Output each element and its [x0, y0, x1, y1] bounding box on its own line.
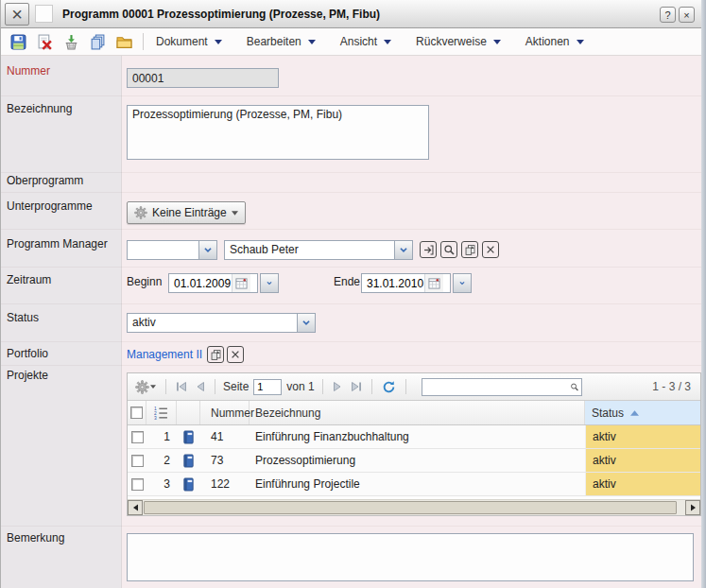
table-search-button[interactable] [564, 379, 585, 395]
field-label-nummer: Nummer [7, 64, 50, 78]
field-label-zeitraum: Zeitraum [7, 273, 51, 286]
last-page-button[interactable] [349, 382, 364, 391]
close-button[interactable]: × [679, 7, 695, 23]
icon-column-header [177, 401, 200, 424]
dropdown-button[interactable] [394, 241, 412, 259]
row-number-column-header[interactable]: 123 [146, 401, 177, 424]
bemerkung-field[interactable] [127, 533, 694, 581]
basket-download-icon [63, 34, 79, 50]
status-select[interactable]: aktiv [127, 313, 316, 333]
copy-button[interactable] [461, 241, 478, 258]
clear-button[interactable] [482, 241, 499, 258]
horizontal-scrollbar[interactable] [128, 499, 700, 515]
delete-button[interactable] [36, 33, 54, 50]
table-row[interactable]: 3 122 Einführung Projectile aktiv [128, 473, 700, 496]
chevron-down-icon [493, 40, 501, 44]
ende-dropdown-button[interactable] [453, 273, 472, 293]
beginn-dropdown-button[interactable] [260, 273, 279, 293]
menu-label: Aktionen [525, 35, 570, 48]
table-row[interactable]: 1 41 Einführung Finanzbuchhaltung aktiv [128, 425, 700, 449]
table-toolbar: Seite von 1 1 - 3 / 3 [128, 373, 700, 401]
status-value: aktiv [128, 314, 297, 332]
chevron-down-icon [203, 247, 213, 253]
cell-nummer: 73 [200, 449, 250, 472]
table-header-row: 123 Nummer Bezeichnung Status [128, 401, 700, 425]
portfolio-clear-button[interactable] [227, 346, 244, 363]
row-separator [1, 192, 701, 193]
portfolio-copy-button[interactable] [207, 346, 224, 363]
calendar-button[interactable] [232, 274, 250, 292]
next-page-button[interactable] [331, 382, 344, 391]
table-settings-button[interactable] [133, 380, 158, 394]
program-detail-window: × Programm 00001 Prozessoptimierung (Pro… [0, 0, 706, 588]
row-separator [1, 229, 701, 230]
chevron-down-icon [232, 211, 238, 216]
beginn-date-input[interactable] [169, 277, 232, 290]
search-button[interactable] [440, 241, 457, 258]
menu-rueckverweise[interactable]: Rückverweise [410, 32, 507, 51]
chevron-down-icon [308, 40, 316, 44]
last-page-icon [351, 382, 362, 391]
row-checkbox[interactable] [131, 431, 144, 443]
close-icon: × [11, 4, 23, 25]
calendar-icon [428, 277, 440, 289]
help-button[interactable]: ? [660, 7, 676, 23]
row-separator [1, 267, 701, 268]
toolbar-separator [165, 379, 166, 394]
calendar-button[interactable] [424, 274, 443, 292]
row-icon-cell[interactable] [177, 449, 200, 472]
dropdown-button[interactable] [297, 314, 315, 332]
next-page-icon [333, 382, 342, 391]
bezeichnung-field[interactable]: Prozessoptimierung (Prozesse, PM, Fibu) [127, 105, 429, 160]
menu-label: Ansicht [340, 35, 377, 48]
window-close-button[interactable]: × [5, 3, 29, 26]
row-separator [1, 95, 701, 96]
row-icon-cell[interactable] [177, 473, 200, 495]
menu-bearbeiten[interactable]: Bearbeiten [241, 32, 321, 51]
select-all-checkbox[interactable] [130, 406, 143, 419]
cell-bezeichnung: Einführung Projectile [250, 473, 585, 495]
prev-page-icon [196, 382, 205, 391]
nummer-field[interactable] [127, 68, 279, 88]
folder-open-icon [116, 34, 132, 50]
scrollbar-thumb[interactable] [144, 501, 677, 514]
gear-icon [134, 206, 147, 219]
menu-dokument[interactable]: Dokument [150, 32, 228, 51]
search-icon [570, 381, 579, 393]
manager-role-select[interactable] [127, 240, 217, 260]
prev-page-button[interactable] [194, 382, 207, 391]
page-input[interactable] [253, 379, 282, 395]
column-header-nummer[interactable]: Nummer [200, 401, 250, 424]
row-checkbox[interactable] [131, 478, 144, 491]
jump-arrow-icon [422, 244, 435, 256]
table-row[interactable]: 2 73 Prozessoptimierung aktiv [128, 449, 700, 473]
dropdown-button[interactable] [198, 241, 216, 259]
field-label-programm-manager: Programm Manager [7, 237, 108, 251]
menu-aktionen[interactable]: Aktionen [520, 32, 590, 51]
column-header-status[interactable]: Status [585, 401, 700, 424]
open-folder-button[interactable] [115, 33, 133, 50]
row-icon-cell[interactable] [177, 425, 200, 448]
ende-date-input[interactable] [362, 277, 424, 290]
row-checkbox[interactable] [131, 455, 144, 467]
svg-text:3: 3 [154, 416, 157, 420]
toolbar-separator [405, 379, 406, 394]
save-button[interactable] [9, 33, 27, 50]
first-page-button[interactable] [174, 382, 189, 391]
goto-button[interactable] [420, 241, 437, 258]
table-search-input[interactable] [422, 380, 564, 394]
manager-person-select[interactable]: Schaub Peter [224, 240, 413, 260]
portfolio-link[interactable]: Management II [127, 348, 202, 361]
column-header-bezeichnung[interactable]: Bezeichnung [250, 401, 585, 424]
checkin-button[interactable] [62, 33, 80, 50]
select-all-cell [128, 401, 146, 424]
chevron-down-icon [577, 40, 584, 44]
scroll-right-button[interactable] [685, 500, 700, 515]
field-label-portfolio: Portfolio [7, 347, 48, 360]
refresh-button[interactable] [380, 380, 398, 394]
manager-action-icons [420, 241, 499, 258]
scroll-left-button[interactable] [128, 500, 143, 515]
copy-button[interactable] [89, 33, 107, 50]
menu-ansicht[interactable]: Ansicht [335, 32, 397, 51]
unterprogramme-button[interactable]: Keine Einträge [127, 201, 246, 224]
